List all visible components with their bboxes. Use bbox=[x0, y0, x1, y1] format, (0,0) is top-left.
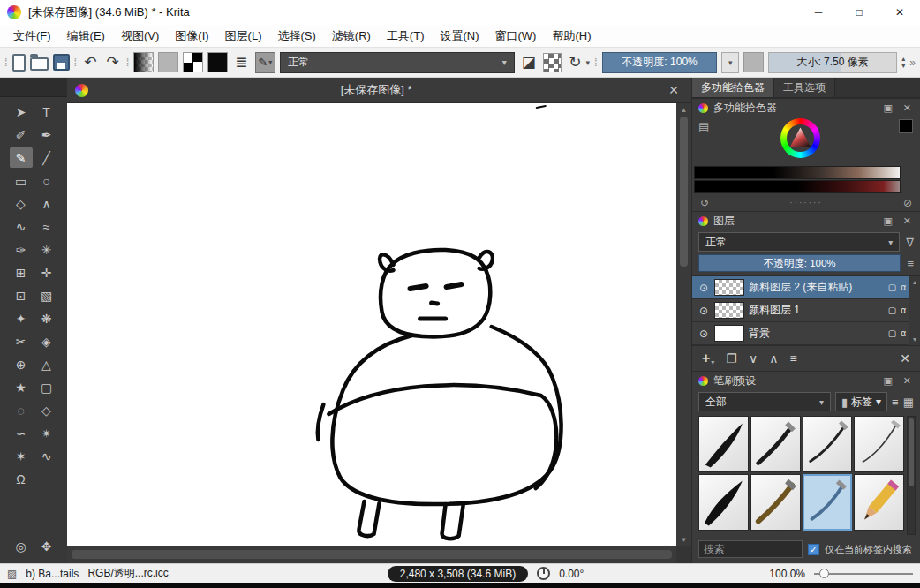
preserve-alpha-icon[interactable] bbox=[543, 53, 562, 72]
tool-color-sampler[interactable]: ✦ bbox=[10, 308, 33, 328]
lock-icon[interactable]: ▢ bbox=[888, 328, 896, 338]
open-document-icon[interactable] bbox=[30, 57, 49, 71]
saturation-value-triangle[interactable] bbox=[788, 126, 812, 150]
menu-select[interactable]: 选择(S) bbox=[269, 28, 323, 44]
layer-blend-mode-select[interactable]: 正常 ▾ bbox=[698, 232, 900, 252]
horizontal-scrollbar[interactable] bbox=[67, 546, 676, 563]
search-current-tag-checkbox[interactable]: ✓ bbox=[808, 544, 819, 555]
brush-preview-chip[interactable] bbox=[743, 52, 764, 72]
presets-menu-icon[interactable]: ≡ bbox=[892, 396, 899, 409]
lock-icon[interactable]: ▢ bbox=[888, 305, 896, 315]
layer-row-paint-layer-1[interactable]: ⊙ 颜料图层 1 ▢ α bbox=[692, 299, 920, 322]
eraser-mode-icon[interactable]: ◪ bbox=[519, 53, 539, 72]
vertical-scrollbar[interactable]: ▴ ▾ bbox=[676, 103, 691, 546]
tool-pattern-edit[interactable]: ❋ bbox=[35, 308, 58, 328]
brush-grid-scroll-thumb[interactable] bbox=[909, 418, 914, 486]
alpha-icon[interactable]: α bbox=[901, 328, 906, 338]
tool-crop[interactable]: ⊡ bbox=[10, 285, 33, 305]
tool-freehand-select[interactable]: ∽ bbox=[10, 423, 33, 443]
menu-tools[interactable]: 工具(T) bbox=[379, 28, 433, 44]
tool-contiguous-select[interactable]: ✶ bbox=[10, 446, 33, 466]
tool-rectangle[interactable]: ▭ bbox=[10, 170, 33, 191]
save-icon[interactable] bbox=[53, 54, 70, 71]
tool-freehand-path[interactable]: ≈ bbox=[35, 216, 58, 237]
menu-image[interactable]: 图像(I) bbox=[167, 28, 216, 44]
reload-preset-button[interactable]: ↻ ▾ bbox=[566, 53, 590, 72]
opacity-slider[interactable]: 不透明度: 100% bbox=[602, 52, 718, 73]
layer-row-background[interactable]: ⊙ 背景 ▢ α bbox=[692, 322, 920, 345]
toolbar-grip[interactable]: ⁞ bbox=[4, 56, 8, 69]
wrap-mode-icon[interactable]: ≣ bbox=[232, 53, 250, 72]
toolbar-grip[interactable]: ⁞ bbox=[594, 56, 598, 69]
layer-properties-button[interactable]: ≡ bbox=[789, 351, 796, 366]
tool-measure[interactable]: △ bbox=[35, 354, 58, 374]
brush-preset-pencil[interactable] bbox=[854, 474, 904, 531]
move-layer-down-button[interactable]: ∨ bbox=[749, 351, 758, 366]
selection-status-icon[interactable]: ▨ bbox=[7, 568, 17, 580]
gradient-chooser[interactable] bbox=[133, 52, 154, 72]
tool-polygon[interactable]: ◇ bbox=[10, 193, 33, 214]
tool-polyline[interactable]: ∧ bbox=[35, 193, 58, 214]
layer-row-paint-layer-2[interactable]: ⊙ 颜料图层 2 (来自粘贴) ▢ α bbox=[692, 276, 920, 299]
tool-bezier-select[interactable]: ∿ bbox=[35, 446, 58, 466]
close-button[interactable]: ✕ bbox=[879, 0, 920, 25]
document-tab-close-icon[interactable]: ✕ bbox=[664, 83, 683, 97]
hue-ring[interactable] bbox=[780, 118, 820, 158]
minimize-button[interactable]: ─ bbox=[798, 0, 839, 25]
brush-preset[interactable] bbox=[750, 474, 801, 531]
visibility-eye-icon[interactable]: ⊙ bbox=[698, 305, 710, 317]
undo-icon[interactable]: ↶ bbox=[81, 53, 99, 72]
tag-button[interactable]: ▮ 标签 ▾ bbox=[835, 392, 887, 411]
shade-gradient-strip[interactable] bbox=[694, 180, 901, 193]
tool-gradient[interactable]: ▧ bbox=[35, 285, 58, 305]
maximize-button[interactable]: □ bbox=[839, 0, 879, 25]
add-layer-button[interactable]: + ▾ bbox=[702, 351, 714, 366]
toolbar-overflow-icon[interactable]: » bbox=[909, 57, 916, 69]
docker-tab-tool-options[interactable]: 工具选项 bbox=[774, 78, 835, 97]
canvas-rotation-knob[interactable] bbox=[537, 567, 550, 580]
canvas[interactable] bbox=[67, 103, 676, 546]
document-tab-title[interactable]: [未保存图像] * bbox=[88, 82, 664, 98]
value-gradient-strip[interactable] bbox=[694, 166, 901, 179]
float-docker-icon[interactable]: ▣ bbox=[880, 215, 894, 227]
size-spinner[interactable]: ▴ ▾ bbox=[901, 56, 905, 70]
layer-list-scrollbar[interactable]: ▴ ▾ bbox=[909, 276, 920, 345]
current-color-swatch[interactable] bbox=[207, 52, 228, 72]
pattern-chooser[interactable] bbox=[158, 52, 178, 72]
brush-tag-filter-select[interactable]: 全部 ▾ bbox=[698, 392, 831, 411]
tool-zoom[interactable]: ◎ bbox=[10, 536, 33, 556]
blocked-icon[interactable]: ⊘ bbox=[903, 197, 912, 209]
alpha-icon[interactable]: α bbox=[901, 283, 906, 292]
menu-edit[interactable]: 编辑(E) bbox=[59, 28, 113, 44]
menu-layer[interactable]: 图层(L) bbox=[217, 28, 270, 44]
new-document-icon[interactable] bbox=[12, 54, 26, 72]
menu-window[interactable]: 窗口(W) bbox=[487, 28, 545, 44]
opacity-dropdown-button[interactable]: ▾ bbox=[721, 52, 739, 73]
tool-line[interactable]: ╱ bbox=[35, 147, 58, 168]
spin-down-icon[interactable]: ▾ bbox=[901, 63, 905, 70]
redo-icon[interactable]: ↷ bbox=[103, 53, 121, 72]
toolbar-grip[interactable]: ⁞ bbox=[126, 56, 130, 69]
fg-bg-color-widget[interactable] bbox=[183, 52, 203, 72]
brush-preset[interactable] bbox=[698, 474, 749, 531]
close-docker-icon[interactable]: ✕ bbox=[901, 215, 914, 227]
zoom-slider-handle[interactable] bbox=[819, 569, 829, 578]
menu-settings[interactable]: 设置(N) bbox=[432, 28, 486, 44]
duplicate-layer-button[interactable]: ❐ bbox=[726, 351, 737, 366]
brush-preset[interactable] bbox=[854, 416, 904, 472]
tool-move[interactable]: ✛ bbox=[35, 262, 58, 283]
tool-ellipse-select[interactable]: ◌ bbox=[10, 400, 33, 420]
tool-transform[interactable]: ⊞ bbox=[10, 262, 33, 283]
alpha-icon[interactable]: α bbox=[901, 305, 906, 315]
tool-calligraphy[interactable]: ✒ bbox=[35, 124, 58, 145]
delete-layer-button[interactable]: ✕ bbox=[900, 351, 910, 366]
layer-filter-funnel-icon[interactable]: ∇ bbox=[906, 236, 914, 249]
scroll-up-icon[interactable]: ▴ bbox=[913, 278, 916, 286]
brush-preset[interactable] bbox=[698, 416, 749, 472]
menu-filter[interactable]: 滤镜(R) bbox=[324, 28, 379, 44]
tool-dynamic-brush[interactable]: ✑ bbox=[10, 239, 33, 260]
tool-fill[interactable]: ◈ bbox=[35, 331, 58, 351]
scroll-up-icon[interactable]: ▴ bbox=[682, 105, 686, 114]
scroll-down-icon[interactable]: ▾ bbox=[913, 335, 916, 343]
brush-size-slider[interactable]: 大小: 7.50 像素 bbox=[768, 52, 897, 73]
